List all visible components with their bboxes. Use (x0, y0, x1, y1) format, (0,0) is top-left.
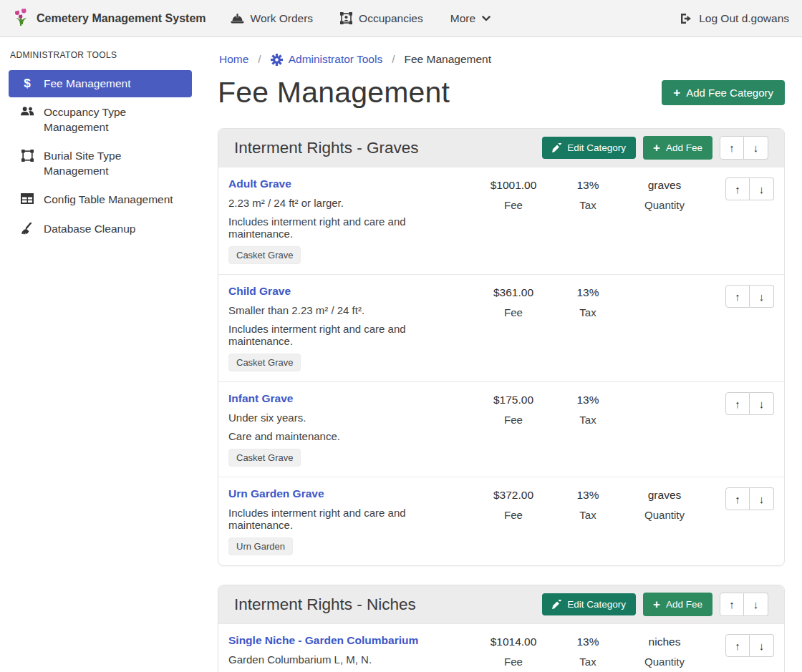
fee-tax-label: Tax (579, 306, 596, 318)
arrow-up-icon: ↑ (735, 493, 740, 505)
move-fee-down-button[interactable]: ↓ (750, 487, 774, 510)
move-fee-up-button[interactable]: ↑ (725, 487, 750, 510)
sidebar-item-label: Database Cleanup (44, 222, 135, 236)
sidebar-item-label: Burial Site Type Management (44, 149, 180, 178)
fee-row: Single Niche - Garden Columbarium Garden… (218, 623, 784, 672)
app-brand[interactable]: Cemetery Management System (13, 9, 206, 29)
fee-rows: Single Niche - Garden Columbarium Garden… (218, 623, 784, 672)
move-category-down-button[interactable]: ↓ (744, 593, 768, 616)
plus-icon: + (673, 87, 680, 99)
nav-more[interactable]: More (450, 12, 491, 25)
fee-category-card: Interment Rights - Graves Edit Category … (218, 128, 785, 566)
fee-amount-column: $1001.00 Fee (476, 177, 551, 211)
arrow-down-icon: ↓ (759, 493, 765, 505)
add-fee-button[interactable]: + Add Fee (643, 593, 712, 616)
person-frame-icon (340, 12, 352, 24)
fee-tax: 13% (576, 179, 599, 192)
edit-category-button[interactable]: Edit Category (542, 593, 636, 615)
fee-badges: Casket Grave (228, 449, 469, 467)
fee-name-link[interactable]: Infant Grave (228, 392, 293, 405)
fee-tax: 13% (576, 636, 599, 648)
fee-category-card: Interment Rights - Niches Edit Category … (218, 585, 785, 672)
table-icon (20, 193, 34, 204)
fee-name-link[interactable]: Urn Garden Grave (228, 487, 324, 500)
move-category-up-button[interactable]: ↑ (720, 136, 744, 160)
sidebar-heading: ADMINISTRATOR TOOLS (10, 50, 200, 60)
category-title: Interment Rights - Graves (234, 139, 542, 157)
fee-amount: $361.00 (493, 286, 533, 299)
fee-quantity: graves (648, 489, 682, 502)
fee-descriptions: Garden Columbarium L, M, N. (228, 653, 469, 666)
fee-quantity: graves (648, 179, 682, 192)
sidebar: ADMINISTRATOR TOOLS $ Fee Management Occ… (0, 37, 200, 672)
fee-name-link[interactable]: Adult Grave (228, 177, 291, 190)
nav-work-orders-label: Work Orders (251, 12, 314, 25)
gear-icon (271, 54, 283, 66)
fee-tax-label: Tax (579, 199, 596, 211)
move-fee-down-button[interactable]: ↓ (750, 285, 774, 308)
fee-amount-column: $1014.00 Fee (476, 634, 551, 668)
move-fee-down-button[interactable]: ↓ (750, 392, 774, 415)
fee-description: Includes interment right and care and ma… (228, 323, 469, 347)
move-fee-down-button[interactable]: ↓ (750, 177, 774, 200)
sidebar-item-occupancy-type-management[interactable]: Occupancy Type Management (9, 99, 192, 141)
fee-quantity-column: niches Quantity (625, 634, 704, 668)
move-category-up-button[interactable]: ↑ (720, 593, 744, 616)
fee-descriptions: Smaller than 2.23 m² / 24 ft².Includes i… (228, 304, 469, 347)
fee-description: 2.23 m² / 24 ft² or larger. (228, 197, 469, 209)
hard-hat-icon (231, 13, 244, 24)
sidebar-item-fee-management[interactable]: $ Fee Management (9, 70, 192, 97)
fee-type-badge: Casket Grave (228, 449, 301, 467)
fee-rows: Adult Grave 2.23 m² / 24 ft² or larger.I… (218, 167, 784, 565)
arrow-up-icon: ↑ (729, 598, 735, 610)
nav-occupancies[interactable]: Occupancies (340, 12, 423, 25)
sign-out-icon (680, 13, 692, 24)
nav-occupancies-label: Occupancies (359, 12, 423, 25)
arrow-down-icon: ↓ (759, 398, 765, 410)
add-fee-label: Add Fee (666, 142, 702, 153)
sidebar-item-burial-site-type-management[interactable]: Burial Site Type Management (9, 142, 192, 185)
nav-work-orders[interactable]: Work Orders (231, 12, 314, 25)
breadcrumb-home-link[interactable]: Home (219, 53, 248, 66)
fee-description: Care and maintenance. (228, 430, 469, 442)
sidebar-item-config-table-management[interactable]: Config Table Management (9, 186, 192, 213)
edit-category-button[interactable]: Edit Category (542, 137, 636, 159)
fee-description: Includes interment right and care and ma… (228, 507, 469, 531)
fee-type-badge: Urn Garden (228, 537, 293, 555)
move-fee-down-button[interactable]: ↓ (750, 634, 774, 657)
arrow-down-icon: ↓ (759, 291, 765, 303)
fee-amount: $1001.00 (491, 179, 537, 192)
fee-amount: $1014.00 (491, 636, 537, 648)
vector-square-icon (20, 150, 34, 162)
move-fee-up-button[interactable]: ↑ (725, 634, 750, 657)
fee-quantity-column (625, 392, 704, 401)
move-fee-up-button[interactable]: ↑ (725, 392, 750, 415)
fee-quantity-label: Quantity (644, 509, 685, 521)
fee-quantity-column: graves Quantity (625, 177, 704, 211)
add-fee-button[interactable]: + Add Fee (643, 136, 712, 160)
fee-name-link[interactable]: Child Grave (228, 285, 291, 298)
move-fee-up-button[interactable]: ↑ (725, 285, 750, 308)
move-fee-up-button[interactable]: ↑ (725, 177, 750, 200)
page-title: Fee Management (218, 76, 450, 109)
app-title: Cemetery Management System (37, 12, 206, 25)
arrow-down-icon: ↓ (753, 142, 759, 154)
fee-quantity-column: graves Quantity (625, 487, 704, 521)
fee-tax-column: 13% Tax (551, 285, 625, 318)
sidebar-item-label: Fee Management (44, 77, 131, 91)
sidebar-item-database-cleanup[interactable]: Database Cleanup (9, 215, 192, 243)
main-content: Home / (200, 37, 802, 672)
edit-category-label: Edit Category (567, 142, 626, 153)
fee-badges: Casket Grave (228, 354, 469, 371)
move-category-down-button[interactable]: ↓ (744, 136, 768, 160)
fee-amount: $372.00 (493, 489, 533, 502)
arrow-down-icon: ↓ (753, 598, 759, 610)
logout-button[interactable]: Log Out d.gowans (680, 12, 789, 25)
arrow-up-icon: ↑ (735, 398, 740, 410)
fee-name-link[interactable]: Single Niche - Garden Columbarium (228, 634, 418, 647)
fee-tax-column: 13% Tax (551, 392, 625, 426)
add-fee-category-button[interactable]: + Add Fee Category (662, 80, 785, 105)
breadcrumb-admin-tools-link[interactable]: Administrator Tools (271, 53, 383, 66)
fee-quantity-column (625, 285, 704, 293)
breadcrumb-separator: / (392, 53, 395, 66)
